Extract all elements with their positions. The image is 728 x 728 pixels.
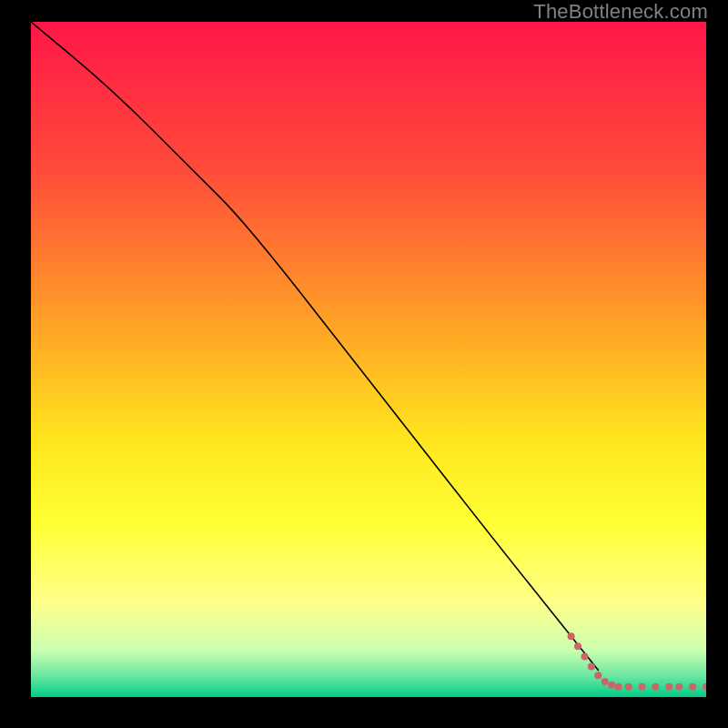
plot-area [31, 22, 706, 697]
sample-point [625, 683, 632, 691]
sample-point [665, 683, 672, 691]
sample-point [639, 683, 646, 691]
chart-svg [31, 22, 706, 697]
sample-point [574, 642, 581, 650]
chart-frame: TheBottleneck.com [0, 0, 728, 728]
sample-point [588, 663, 595, 671]
sample-point [568, 632, 575, 640]
sample-point [675, 683, 682, 691]
sample-point [652, 683, 659, 691]
sample-point [608, 682, 615, 689]
sample-point [594, 672, 602, 679]
sample-point [602, 678, 609, 685]
sample-point [581, 652, 588, 660]
sample-point [615, 683, 622, 691]
sample-point [689, 683, 696, 691]
watermark-text: TheBottleneck.com [533, 0, 708, 24]
gradient-background [31, 22, 706, 697]
